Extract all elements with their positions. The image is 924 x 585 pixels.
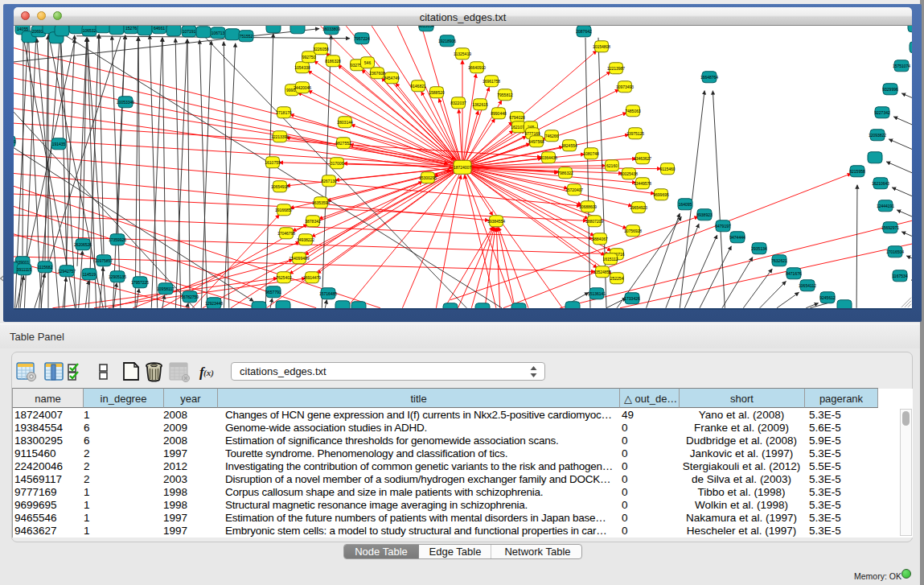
svg-text:16353594: 16353594: [312, 200, 330, 205]
svg-text:2616050: 2616050: [14, 139, 16, 144]
svg-text:746266: 746266: [545, 134, 559, 138]
svg-text:6479197: 6479197: [715, 224, 731, 229]
svg-text:12905135: 12905135: [109, 274, 126, 279]
svg-text:2367608: 2367608: [369, 71, 385, 76]
svg-text:1610755: 1610755: [265, 160, 281, 165]
svg-text:15300295: 15300295: [419, 175, 437, 180]
svg-text:19166857: 19166857: [275, 208, 293, 212]
svg-text:(x): (x): [203, 368, 214, 378]
svg-text:13524855: 13524855: [593, 270, 611, 274]
svg-text:9657791: 9657791: [265, 290, 281, 295]
svg-text:751552: 751552: [240, 34, 253, 39]
svg-text:20364436: 20364436: [540, 155, 557, 160]
svg-text:2935134: 2935134: [751, 246, 767, 251]
svg-text:62160: 62160: [606, 163, 618, 168]
svg-text:12444191: 12444191: [877, 204, 894, 208]
svg-text:191435: 191435: [52, 142, 66, 146]
svg-text:14055: 14055: [17, 27, 28, 31]
svg-text:16033809: 16033809: [322, 27, 340, 31]
svg-text:15692971: 15692971: [881, 225, 899, 230]
svg-text:1733426: 1733426: [624, 296, 640, 301]
svg-text:10654112: 10654112: [799, 283, 816, 288]
svg-text:3878342: 3878342: [305, 219, 321, 224]
svg-text:12923448: 12923448: [205, 301, 223, 306]
svg-text:10973493: 10973493: [616, 84, 634, 89]
svg-text:9777169: 9777169: [524, 131, 540, 136]
svg-text:106532: 106532: [83, 28, 97, 33]
svg-text:1167534: 1167534: [892, 274, 907, 278]
svg-text:3911115: 3911115: [17, 267, 32, 272]
svg-text:26206526: 26206526: [74, 242, 92, 247]
svg-text:7955812: 7955812: [497, 93, 513, 97]
svg-text:8267130: 8267130: [321, 179, 337, 183]
svg-text:34938222: 34938222: [297, 237, 314, 242]
svg-text:9884067: 9884067: [592, 237, 608, 241]
svg-text:17046798: 17046798: [277, 231, 295, 236]
svg-text:16640910: 16640910: [468, 65, 486, 70]
svg-text:9245612: 9245612: [819, 295, 836, 300]
svg-text:8990448: 8990448: [491, 111, 507, 116]
svg-text:8471676: 8471676: [786, 271, 802, 276]
svg-text:1080748: 1080748: [583, 151, 599, 156]
svg-text:9227342: 9227342: [874, 110, 890, 115]
svg-text:13463627: 13463627: [634, 156, 651, 161]
svg-text:6497568: 6497568: [528, 139, 544, 144]
svg-text:12213987: 12213987: [607, 66, 625, 71]
svg-text:20053346: 20053346: [117, 100, 134, 105]
svg-text:15136141: 15136141: [588, 291, 606, 296]
svg-text:10975857: 10975857: [95, 258, 113, 263]
svg-text:64661: 64661: [154, 26, 165, 31]
svg-text:9827552: 9827552: [335, 141, 351, 146]
svg-text:7625402: 7625402: [276, 275, 292, 280]
svg-text:15716485: 15716485: [319, 291, 337, 296]
svg-text:11325419: 11325419: [454, 51, 471, 56]
svg-text:8454749: 8454749: [384, 76, 400, 80]
svg-text:7957224: 7957224: [354, 36, 370, 41]
svg-text:19654923: 19654923: [630, 205, 647, 210]
svg-text:252254: 252254: [610, 276, 624, 281]
svg-text:8215958: 8215958: [849, 169, 865, 174]
svg-text:13975125: 13975125: [626, 131, 644, 136]
svg-text:19384554: 19384554: [487, 219, 505, 224]
svg-text:12942757: 12942757: [58, 269, 76, 274]
svg-text:1362615: 1362615: [472, 102, 488, 107]
svg-text:2718170: 2718170: [276, 110, 292, 115]
svg-text:24420046: 24420046: [294, 85, 311, 90]
svg-text:9329996: 9329996: [882, 87, 898, 92]
svg-text:154099489: 154099489: [289, 256, 309, 261]
svg-text:17957225: 17957225: [131, 280, 149, 285]
svg-text:16648764: 16648764: [700, 75, 718, 80]
svg-text:8186328: 8186328: [325, 59, 341, 64]
svg-text:10958117: 10958117: [157, 286, 175, 291]
svg-text:7485063: 7485063: [625, 109, 641, 113]
svg-text:114519: 114519: [83, 272, 97, 277]
svg-text:1615112: 1615112: [602, 257, 618, 262]
svg-text:8938923: 8938923: [696, 212, 713, 217]
svg-text:12093822: 12093822: [869, 133, 886, 138]
svg-text:2087642: 2087642: [576, 29, 592, 34]
svg-text:9474444: 9474444: [729, 235, 745, 240]
svg-text:10756928: 10756928: [624, 229, 642, 233]
svg-text:18724007: 18724007: [454, 165, 471, 170]
svg-text:16782759: 16782759: [181, 295, 199, 299]
svg-text:9146821: 9146821: [410, 84, 426, 89]
svg-text:10654918: 10654918: [271, 184, 289, 189]
svg-text:15751074: 15751074: [893, 64, 910, 68]
svg-text:546: 546: [364, 60, 372, 65]
svg-text:317006: 317006: [331, 161, 344, 166]
svg-text:8813054: 8813054: [418, 26, 434, 28]
svg-text:10025438: 10025438: [620, 171, 638, 176]
svg-text:164095: 164095: [679, 202, 692, 207]
svg-text:3226058: 3226058: [313, 47, 329, 51]
svg-text:16914479: 16914479: [303, 275, 321, 280]
svg-text:12213393: 12213393: [271, 134, 289, 139]
svg-text:16961758: 16961758: [483, 79, 500, 84]
svg-text:6794028: 6794028: [509, 115, 525, 120]
svg-text:2803144: 2803144: [337, 120, 353, 125]
svg-text:9115460: 9115460: [659, 167, 675, 171]
svg-text:8322037: 8322037: [450, 101, 466, 105]
svg-text:10154808: 10154808: [593, 44, 610, 49]
svg-text:1054338: 1054338: [294, 65, 310, 70]
svg-text:106713: 106713: [211, 31, 225, 35]
svg-text:17359926: 17359926: [109, 237, 126, 242]
